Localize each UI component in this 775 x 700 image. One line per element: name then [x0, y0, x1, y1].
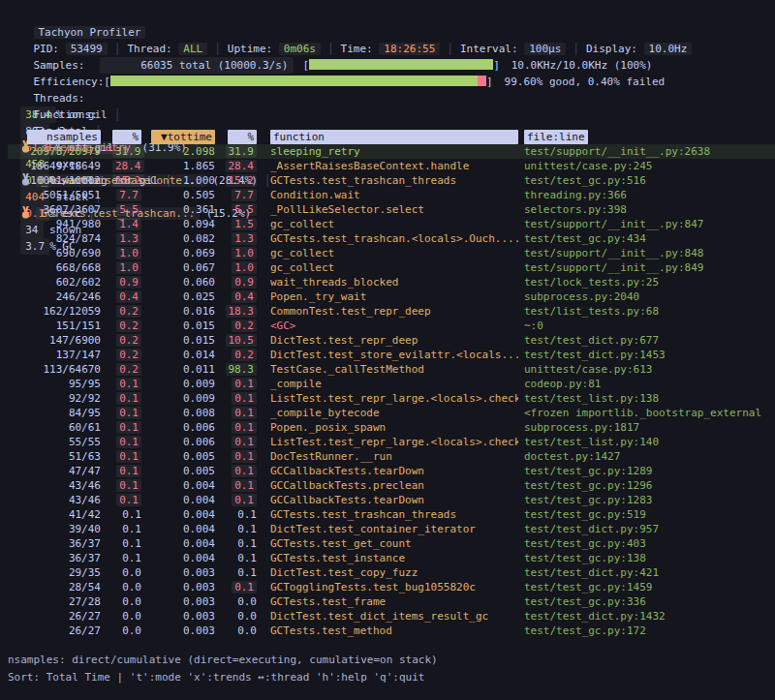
interval-label: Interval: — [460, 43, 518, 55]
cell-percent-cumulative: 0.1 — [232, 494, 257, 506]
table-row[interactable]: 26/27 0.0 0.003 0.0 GCTests.test_method … — [8, 624, 775, 638]
cell-function: GCCallbackTests.tearDown — [270, 464, 518, 478]
table-row[interactable]: 10001/10002 15.2 1.000 15.2 GCTests.test… — [8, 173, 775, 188]
table-row[interactable]: 39/40 0.1 0.004 0.1 DictTest.test_contai… — [8, 522, 775, 536]
cell-nsamples: 36/37 — [69, 552, 101, 564]
cell-percent-cumulative: 1.0 — [232, 247, 257, 259]
cell-percent-cumulative: 0.9 — [232, 276, 257, 289]
col-header-function[interactable]: function — [270, 130, 518, 144]
cell-file-line: test/test_dict.py:421 — [524, 565, 775, 580]
cell-file-line: test/support/__init__.py:847 — [524, 217, 775, 231]
cell-percent-direct: 7.7 — [116, 189, 141, 201]
cell-percent-direct: 0.1 — [116, 479, 141, 492]
table-row[interactable]: 137/147 0.2 0.014 0.2 DictTest.test_stor… — [8, 348, 775, 362]
cell-file-line: test/test_list.py:140 — [524, 435, 775, 449]
cell-function: _compile — [270, 377, 518, 391]
table-row[interactable]: 26/27 0.0 0.003 0.0 DictTest.test_dict_i… — [8, 609, 775, 624]
table-row[interactable]: 941/980 1.4 0.094 1.5 gc_collect test/su… — [8, 217, 775, 231]
functions-table: nsamples % ▼tottime % function file:line… — [8, 130, 775, 638]
cell-function: GCTests.test_trashcan_threads — [270, 507, 518, 522]
cell-percent-direct: 0.1 — [116, 378, 141, 390]
cell-function: GCCallbackTests.tearDown — [270, 493, 518, 507]
table-row[interactable]: 36/37 0.1 0.004 0.1 GCTests.test_instanc… — [8, 551, 775, 565]
table-row[interactable]: 20978/20979 31.9 2.098 31.9 sleeping_ret… — [8, 144, 775, 159]
cell-tottime: 0.003 — [183, 610, 215, 623]
footer: nsamples: direct/cumulative (direct=exec… — [8, 652, 775, 686]
table-row[interactable]: 27/28 0.0 0.003 0.0 GCTests.test_frame t… — [8, 594, 775, 609]
profiler-terminal: Tachyon Profiler PID: 53499│Thread: ALL│… — [0, 0, 775, 700]
table-row[interactable]: 41/42 0.1 0.004 0.1 GCTests.test_trashca… — [8, 507, 775, 522]
efficiency-bar-open-bracket: [ — [104, 76, 110, 88]
cell-percent-cumulative: 0.1 — [237, 552, 257, 564]
table-row[interactable]: 246/246 0.4 0.025 0.4 Popen._try_wait su… — [8, 289, 775, 304]
table-row[interactable]: 84/95 0.1 0.008 0.1 _compile_bytecode <f… — [8, 406, 775, 420]
table-row[interactable]: 55/55 0.1 0.006 0.1 ListTest.test_repr_l… — [8, 435, 775, 449]
cell-percent-cumulative: 0.1 — [232, 479, 257, 492]
cell-percent-direct: 0.2 — [116, 363, 141, 376]
cell-percent-cumulative: 0.2 — [232, 320, 257, 332]
table-row[interactable]: 43/46 0.1 0.004 0.1 GCCallbackTests.tear… — [8, 493, 775, 507]
table-row[interactable]: 668/668 1.0 0.067 1.0 gc_collect test/su… — [8, 260, 775, 275]
cell-file-line: test/test_gc.py:336 — [524, 594, 775, 609]
table-row[interactable]: 113/64670 0.2 0.011 98.3 TestCase._callT… — [8, 362, 775, 377]
col-header-nsamples[interactable]: nsamples — [27, 130, 101, 144]
table-row[interactable]: 29/35 0.0 0.003 0.1 DictTest.test_copy_f… — [8, 565, 775, 580]
cell-nsamples: 941/980 — [56, 218, 101, 230]
cell-percent-direct: 0.2 — [116, 320, 141, 332]
cell-percent-cumulative: 0.1 — [232, 421, 257, 434]
cell-percent-direct: 0.1 — [116, 450, 141, 463]
table-row[interactable]: 3607/3607 5.5 0.361 5.5 _PollLikeSelecto… — [8, 202, 775, 217]
cell-nsamples: 39/40 — [69, 523, 101, 535]
cell-function: _AssertRaisesBaseContext.handle — [270, 159, 518, 173]
table-row[interactable]: 824/874 1.3 0.082 1.3 GCTests.test_trash… — [8, 231, 775, 246]
efficiency-progress-bar — [110, 76, 486, 86]
col-header-tottime-sorted[interactable]: ▼tottime — [151, 130, 215, 144]
cell-file-line: test/test_gc.py:434 — [524, 231, 775, 246]
table-row[interactable]: 92/92 0.1 0.009 0.1 ListTest.test_repr_l… — [8, 391, 775, 406]
samples-total: 66035 total (10000.3/s) — [100, 57, 294, 74]
divider: │ — [207, 43, 228, 55]
divider: │ — [566, 43, 586, 55]
cell-function: GCTests.test_trashcan.<locals>.Ouch.... — [270, 231, 518, 246]
table-row[interactable]: 18649/18649 28.4 1.865 28.4 _AssertRaise… — [8, 159, 775, 173]
col-header-percent-direct[interactable]: % — [112, 130, 141, 144]
table-row[interactable]: 43/46 0.1 0.004 0.1 GCCallbackTests.prec… — [8, 478, 775, 493]
cell-percent-direct: 15.2 — [112, 174, 144, 187]
table-row[interactable]: 28/54 0.0 0.003 0.1 GCTogglingTests.test… — [8, 580, 775, 594]
cell-percent-cumulative: 31.9 — [226, 145, 258, 158]
table-row[interactable]: 60/61 0.1 0.006 0.1 Popen._posix_spawn s… — [8, 420, 775, 435]
cell-percent-cumulative: 0.1 — [237, 566, 257, 579]
cell-percent-direct: 0.4 — [116, 290, 141, 303]
cell-percent-cumulative: 0.1 — [237, 537, 257, 550]
thread-value[interactable]: ALL — [178, 43, 207, 55]
table-row[interactable]: 47/47 0.1 0.005 0.1 GCCallbackTests.tear… — [8, 464, 775, 478]
cell-nsamples: 95/95 — [69, 378, 101, 390]
table-row[interactable]: 5051/5051 7.7 0.505 7.7 Condition.wait t… — [8, 188, 775, 202]
col-header-percent-cumulative[interactable]: % — [228, 130, 257, 144]
table-body: 20978/20979 31.9 2.098 31.9 sleeping_ret… — [8, 144, 775, 638]
divider: │ — [440, 43, 460, 55]
col-header-file-line[interactable]: file:line — [524, 130, 588, 144]
table-row[interactable]: 602/602 0.9 0.060 0.9 wait_threads_block… — [8, 275, 775, 289]
table-header-row: nsamples % ▼tottime % function file:line — [8, 130, 775, 144]
cell-tottime: 0.082 — [183, 232, 215, 245]
cell-percent-cumulative: 0.1 — [232, 581, 257, 593]
table-row[interactable]: 36/37 0.1 0.004 0.1 GCTests.test_get_cou… — [8, 536, 775, 551]
cell-function: Condition.wait — [270, 188, 518, 202]
cell-percent-direct: 0.1 — [122, 508, 141, 521]
table-row[interactable]: 147/6900 0.2 0.015 10.5 DictTest.test_re… — [8, 333, 775, 348]
table-row[interactable]: 162/12059 0.2 0.016 18.3 CommonTest.test… — [8, 304, 775, 319]
table-row[interactable]: 151/151 0.2 0.015 0.2 <GC> ~:0 — [8, 319, 775, 333]
cell-function: DictTest.test_repr_deep — [270, 333, 518, 348]
cell-tottime: 0.004 — [183, 537, 215, 550]
table-row[interactable]: 51/63 0.1 0.005 0.1 DocTestRunner.__run … — [8, 449, 775, 464]
table-row[interactable]: 690/690 1.0 0.069 1.0 gc_collect test/su… — [8, 246, 775, 260]
cell-percent-direct: 0.0 — [122, 595, 141, 608]
cell-nsamples: 18649/18649 — [30, 160, 101, 172]
cell-tottime: 0.009 — [183, 378, 215, 390]
cell-function: _compile_bytecode — [270, 406, 518, 420]
table-row[interactable]: 95/95 0.1 0.009 0.1 _compile codeop.py:8… — [8, 377, 775, 391]
pid-value: 53499 — [66, 43, 108, 55]
cell-function: ListTest.test_repr_large.<locals>.check — [270, 435, 518, 449]
cell-file-line: test/test_gc.py:172 — [524, 624, 775, 638]
